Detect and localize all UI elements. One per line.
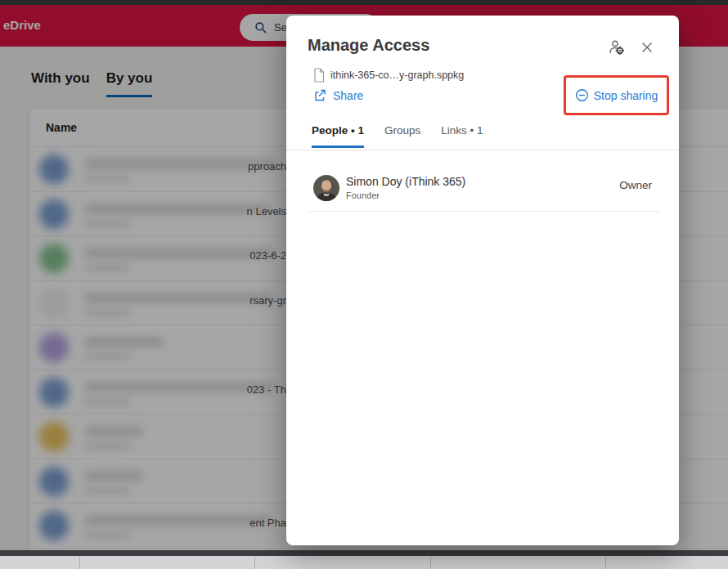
person-name: Simon Doy (iThink 365) (346, 175, 465, 188)
file-row: ithink-365-co…y-graph.sppkg (313, 68, 464, 83)
avatar (313, 175, 339, 201)
stop-sharing-button[interactable]: Stop sharing (566, 78, 667, 113)
stop-sharing-label: Stop sharing (594, 89, 658, 102)
dialog-title: Manage Access (308, 36, 429, 55)
window-bottom-edge (0, 550, 728, 556)
tab-groups[interactable]: Groups (384, 124, 420, 148)
circle-minus-icon (575, 88, 589, 102)
person-subtitle: Founder (346, 190, 380, 200)
footer-column-divider (605, 557, 606, 569)
screen: eDrive Se With you By you Name pproach n… (0, 0, 728, 569)
file-name: ithink-365-co…y-graph.sppkg (330, 69, 464, 81)
tabs-divider (286, 150, 679, 150)
close-button[interactable] (639, 39, 655, 56)
share-button[interactable]: Share (313, 88, 363, 102)
share-icon (313, 88, 327, 102)
person-role: Owner (619, 179, 652, 191)
manage-access-dialog: Manage Access (286, 16, 679, 545)
background-window-strip (0, 556, 728, 569)
close-icon (639, 39, 655, 56)
person-row: Simon Doy (iThink 365) Founder Owner (313, 173, 652, 203)
share-label: Share (333, 89, 363, 102)
footer-column-divider (430, 557, 431, 569)
document-icon (313, 68, 325, 83)
tab-links[interactable]: Links • 1 (441, 124, 483, 148)
grant-access-button[interactable] (608, 38, 626, 56)
footer-column-divider (254, 557, 255, 569)
footer-column-divider (79, 557, 80, 569)
person-gear-icon (608, 38, 626, 56)
tab-people[interactable]: People • 1 (312, 124, 364, 148)
dialog-tabs: People • 1 Groups Links • 1 (312, 124, 483, 148)
person-divider (307, 211, 660, 212)
